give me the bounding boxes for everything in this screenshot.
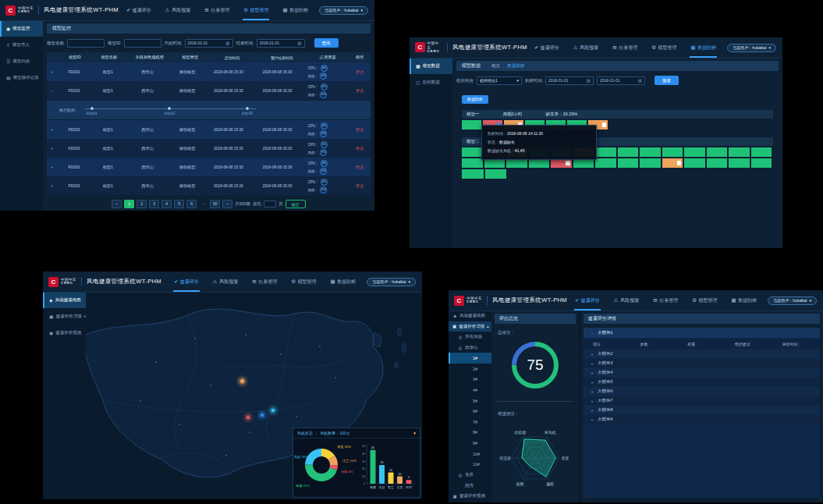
data-block[interactable] — [707, 158, 728, 168]
nav-item[interactable]: ⚠ 风险预警 — [158, 0, 197, 20]
stop-link[interactable]: 停止 — [349, 183, 371, 189]
timeline-node[interactable]: 机组A2 — [168, 107, 171, 110]
data-block[interactable] — [462, 158, 483, 168]
page-button[interactable]: 6 — [186, 200, 197, 208]
component-row[interactable]: + 大部件6 — [584, 387, 820, 396]
nav-item[interactable]: ⚙ 模型管理 — [284, 272, 323, 292]
page-button[interactable]: 50 — [210, 200, 220, 208]
data-block[interactable] — [462, 169, 484, 179]
expand-toggle[interactable]: + — [47, 165, 58, 169]
sidebar-item[interactable]: ◈ 风场健康地图 — [43, 292, 86, 308]
tree-node[interactable]: 2# — [449, 364, 491, 374]
data-block[interactable] — [640, 147, 661, 157]
data-block[interactable] — [595, 158, 616, 168]
tree-node[interactable]: ▣ 健康评价预测 — [449, 491, 491, 502]
data-block[interactable] — [640, 158, 661, 168]
nav-item[interactable]: ⊞ 任务管理 — [646, 290, 685, 311]
nav-item[interactable]: ⊞ 任务管理 — [605, 37, 644, 58]
nav-item[interactable]: ⚠ 风险预警 — [206, 272, 245, 292]
page-button[interactable]: 3 — [149, 200, 159, 208]
start-date-input[interactable]: 2018-01-01 ▦ — [545, 76, 594, 85]
data-block[interactable] — [707, 147, 728, 157]
component-row[interactable]: + 大部件3 — [584, 359, 820, 367]
sidebar-item[interactable]: ◫ 机组数据 — [410, 74, 452, 91]
tree-node[interactable]: 9# — [449, 438, 491, 449]
search-button[interactable]: 查询 — [314, 38, 339, 48]
stop-link[interactable]: 停止 — [349, 127, 371, 133]
nav-item[interactable]: ⚙ 模型管理 — [236, 0, 275, 20]
tree-node[interactable]: 3# — [449, 374, 491, 385]
expand-toggle[interactable]: − — [47, 88, 58, 93]
data-block[interactable] — [618, 147, 639, 157]
tree-node[interactable]: 6# — [449, 406, 491, 417]
nav-item[interactable]: ▦ 数据剖析 — [683, 37, 723, 58]
block-checkbox[interactable] — [602, 122, 607, 127]
tree-node[interactable]: 7# — [449, 417, 491, 428]
data-block[interactable] — [485, 169, 507, 179]
nav-item[interactable]: ▦ 数据剖析 — [323, 272, 363, 292]
sidebar-item[interactable]: ◉ 健康评价预测 — [43, 325, 86, 341]
block-checkbox[interactable] — [566, 161, 570, 165]
sidebar-item[interactable]: ▦ 模型数据 — [410, 58, 452, 74]
block-checkbox[interactable] — [677, 161, 682, 165]
page-button[interactable]: … — [199, 200, 208, 207]
expand-toggle[interactable]: + — [47, 127, 58, 132]
data-block[interactable] — [751, 147, 772, 157]
tree-node[interactable]: 5# — [449, 396, 491, 406]
end-date-input[interactable]: 2018-01-01 ▦ — [257, 39, 305, 48]
nav-item[interactable]: ✔ 健康评价 — [568, 290, 607, 311]
data-block[interactable] — [618, 158, 639, 168]
data-block[interactable] — [595, 147, 616, 157]
sidebar-item[interactable]: ⇧ 模型导入 — [0, 37, 43, 53]
tree-node[interactable]: 8# — [449, 428, 491, 438]
nav-item[interactable]: ▦ 数据剖析 — [724, 290, 764, 311]
tree-node[interactable]: ◎ 毛井 — [449, 470, 491, 481]
nav-item[interactable]: ✔ 健康评价 — [167, 272, 206, 292]
stop-link[interactable]: 停止 — [349, 69, 371, 75]
tab-data-analysis[interactable]: 数据剖析 — [507, 63, 524, 69]
component-group-expanded[interactable]: − 大部件1 — [584, 328, 820, 338]
page-button[interactable]: 2 — [137, 200, 147, 208]
nav-item[interactable]: ⚠ 风险预警 — [566, 37, 605, 58]
timeline-node[interactable]: 机组A3 — [246, 107, 249, 110]
nav-item[interactable]: ⚙ 模型管理 — [685, 290, 724, 311]
unit-group-select[interactable]: 机组组合1 ▾ — [477, 76, 522, 85]
data-block[interactable] — [729, 147, 750, 157]
tree-node[interactable]: 10# — [449, 449, 491, 460]
prev-page-button[interactable]: ‹ — [112, 200, 122, 208]
user-menu[interactable]: 当前用户：hukaikai ▾ — [727, 44, 776, 52]
data-block[interactable] — [684, 158, 705, 168]
tree-node[interactable]: 西湾 — [449, 481, 491, 492]
timeline-node[interactable]: 机组A1 — [90, 107, 94, 110]
model-id-input[interactable] — [124, 39, 161, 48]
nav-item[interactable]: ⊞ 任务管理 — [197, 0, 236, 20]
map-area[interactable]: 风机状态 | 风机数量：100台 ♦ 警告 15% 注意 10% 故障 5% 健… — [86, 292, 422, 499]
goto-page-input[interactable] — [264, 201, 276, 208]
nav-item[interactable]: ✔ 健康评价 — [527, 37, 566, 58]
tree-node[interactable]: 4# — [449, 385, 491, 396]
tree-node[interactable]: ◈ 风场健康地图 — [449, 311, 491, 321]
search-button[interactable]: 搜索 — [654, 76, 679, 85]
sidebar-item[interactable]: ▣ 健康评价详情 ▾ — [43, 308, 86, 325]
tree-node[interactable]: 1# — [449, 353, 491, 364]
component-row[interactable]: + 大部件9 — [584, 415, 820, 424]
page-button[interactable]: 5 — [174, 200, 184, 208]
page-button[interactable]: 4 — [161, 200, 172, 208]
farm-status-marker[interactable] — [271, 409, 275, 412]
sidebar-item[interactable]: ◉ 模型监控 — [0, 20, 43, 37]
data-block[interactable] — [684, 147, 705, 157]
sidebar-item[interactable]: ☰ 模型列表 — [0, 53, 43, 69]
component-row[interactable]: + 大部件5 — [584, 378, 820, 386]
component-row[interactable]: + 大部件4 — [584, 368, 820, 377]
model-name-input[interactable] — [67, 39, 105, 48]
data-block[interactable] — [662, 147, 683, 157]
nav-item[interactable]: ⚙ 模型管理 — [644, 37, 683, 58]
component-row[interactable]: + 大部件8 — [584, 406, 820, 414]
expand-toggle[interactable]: + — [47, 183, 58, 188]
stop-link[interactable]: 停止 — [349, 146, 371, 151]
start-date-input[interactable]: 2018-01-01 ▦ — [185, 39, 233, 48]
tree-node[interactable]: ◎ 西华山 — [449, 343, 491, 353]
nav-item[interactable]: ⊞ 任务管理 — [245, 272, 284, 292]
data-block[interactable] — [462, 120, 481, 130]
farm-status-marker[interactable] — [247, 416, 250, 419]
